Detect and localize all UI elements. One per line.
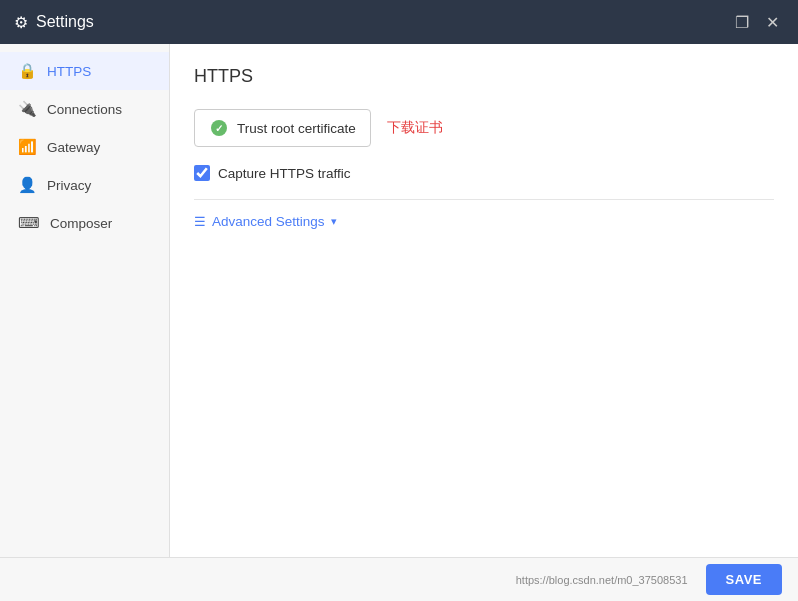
footer: https://blog.csdn.net/m0_37508531 SAVE — [0, 557, 798, 601]
cert-section: ✓ Trust root certificate 下载证书 — [194, 109, 774, 147]
cert-button-label: Trust root certificate — [237, 121, 356, 136]
close-button[interactable]: ✕ — [760, 10, 784, 34]
footer-url: https://blog.csdn.net/m0_37508531 — [16, 574, 696, 586]
certificate-icon: ✓ — [209, 118, 229, 138]
sidebar-label-composer: Composer — [50, 216, 112, 231]
gear-icon: ⚙ — [14, 13, 28, 32]
page-title: HTTPS — [194, 66, 774, 87]
privacy-icon: 👤 — [18, 176, 37, 194]
download-cert-link[interactable]: 下载证书 — [387, 119, 443, 137]
connections-icon: 🔌 — [18, 100, 37, 118]
titlebar-title: Settings — [36, 13, 94, 31]
sidebar: 🔒 HTTPS 🔌 Connections 📶 Gateway 👤 Privac… — [0, 44, 170, 557]
capture-https-label: Capture HTTPS traffic — [218, 166, 351, 181]
trust-cert-button[interactable]: ✓ Trust root certificate — [194, 109, 371, 147]
capture-https-row: Capture HTTPS traffic — [194, 165, 774, 181]
capture-https-checkbox[interactable] — [194, 165, 210, 181]
titlebar-left: ⚙ Settings — [14, 13, 94, 32]
sliders-icon: ☰ — [194, 214, 206, 229]
save-button[interactable]: SAVE — [706, 564, 782, 595]
sidebar-item-connections[interactable]: 🔌 Connections — [0, 90, 169, 128]
sidebar-label-gateway: Gateway — [47, 140, 100, 155]
svg-text:✓: ✓ — [215, 123, 223, 134]
gateway-icon: 📶 — [18, 138, 37, 156]
titlebar-controls: ❐ ✕ — [730, 10, 784, 34]
sidebar-label-https: HTTPS — [47, 64, 91, 79]
sidebar-item-gateway[interactable]: 📶 Gateway — [0, 128, 169, 166]
section-divider — [194, 199, 774, 200]
restore-button[interactable]: ❐ — [730, 10, 754, 34]
content-area: HTTPS ✓ Trust root certificate 下载证书 Capt… — [170, 44, 798, 557]
composer-icon: ⌨ — [18, 214, 40, 232]
sidebar-label-connections: Connections — [47, 102, 122, 117]
titlebar: ⚙ Settings ❐ ✕ — [0, 0, 798, 44]
main-content: 🔒 HTTPS 🔌 Connections 📶 Gateway 👤 Privac… — [0, 44, 798, 557]
advanced-settings-label: Advanced Settings — [212, 214, 325, 229]
lock-icon: 🔒 — [18, 62, 37, 80]
advanced-settings-row[interactable]: ☰ Advanced Settings ▾ — [194, 214, 774, 229]
chevron-down-icon: ▾ — [331, 215, 337, 228]
sidebar-label-privacy: Privacy — [47, 178, 91, 193]
settings-window: ⚙ Settings ❐ ✕ 🔒 HTTPS 🔌 Connections 📶 G… — [0, 0, 798, 601]
sidebar-item-privacy[interactable]: 👤 Privacy — [0, 166, 169, 204]
sidebar-item-composer[interactable]: ⌨ Composer — [0, 204, 169, 242]
sidebar-item-https[interactable]: 🔒 HTTPS — [0, 52, 169, 90]
